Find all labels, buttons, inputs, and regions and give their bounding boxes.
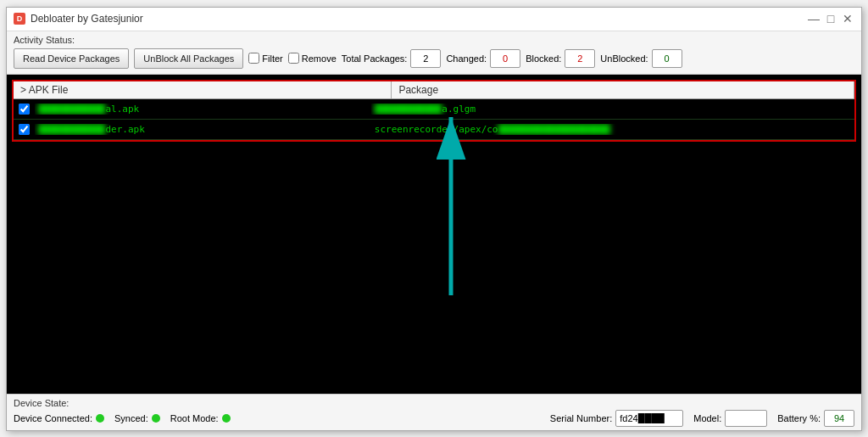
- blocked-value: 2: [565, 49, 595, 68]
- status-row: Device Connected: Synced: Root Mode: Ser…: [14, 410, 854, 427]
- row-2-checkbox[interactable]: [19, 124, 30, 135]
- serial-number-input[interactable]: [615, 410, 683, 427]
- minimize-button[interactable]: —: [807, 12, 821, 25]
- battery-value: 94: [824, 410, 854, 427]
- device-state-label: Device State:: [14, 398, 854, 408]
- row-2-apk-text: der.apk: [105, 124, 144, 135]
- synced-item: Synced:: [114, 413, 160, 423]
- status-bar: Device State: Device Connected: Synced: …: [7, 394, 861, 430]
- row-1-apk-blurred: ████████████: [38, 104, 105, 115]
- unblocked-label: UnBlocked:: [600, 53, 648, 64]
- package-table-border: > APK File Package ████████████al.apk ██…: [12, 80, 856, 142]
- table-body: ████████████al.apk ████████████a.glgm ██…: [14, 99, 854, 140]
- total-packages-label: Total Packages:: [342, 53, 408, 64]
- model-item: Model:: [693, 410, 767, 427]
- unblocked-value: 0: [652, 49, 682, 68]
- row-1-checkbox[interactable]: [19, 104, 30, 115]
- model-input[interactable]: [725, 410, 767, 427]
- battery-label: Battery %:: [777, 413, 821, 423]
- row-checkbox-1[interactable]: [14, 104, 35, 115]
- root-mode-dot: [222, 414, 231, 423]
- total-packages-group: Total Packages: 2: [342, 49, 442, 68]
- row-2-apk-blurred: ████████████: [38, 124, 105, 135]
- changed-group: Changed: 0: [446, 49, 520, 68]
- col-package-header: Package: [392, 81, 854, 98]
- row-2-package: screenrecorder/apex/co██████████████████…: [371, 124, 854, 135]
- close-button[interactable]: ✕: [841, 12, 854, 25]
- blocked-group: Blocked: 2: [526, 49, 595, 68]
- serial-number-label: Serial Number:: [550, 413, 612, 423]
- window-title: Debloater by Gatesjunior: [31, 13, 143, 25]
- row-2-pkg-blurred: ████████████████████: [498, 124, 610, 135]
- row-2-apk: ████████████der.apk: [35, 124, 371, 135]
- filter-label: Filter: [262, 53, 282, 64]
- row-1-apk: ████████████al.apk: [35, 104, 371, 115]
- table-row: ████████████al.apk ████████████a.glgm: [14, 99, 854, 120]
- unblocked-group: UnBlocked: 0: [600, 49, 682, 68]
- remove-checkbox[interactable]: [288, 53, 299, 64]
- synced-label: Synced:: [114, 413, 148, 423]
- row-1-pkg-text: a.glgm: [442, 104, 476, 115]
- battery-item: Battery %: 94: [777, 410, 854, 427]
- row-1-apk-text: al.apk: [105, 104, 139, 115]
- unblock-all-button[interactable]: UnBlock All Packages: [134, 48, 243, 69]
- device-connected-dot: [96, 414, 104, 423]
- filter-checkbox[interactable]: [248, 53, 259, 64]
- col-apk-header: > APK File: [14, 81, 392, 98]
- main-window: D Debloater by Gatesjunior — □ ✕ Activit…: [6, 7, 862, 431]
- read-packages-button[interactable]: Read Device Packages: [14, 48, 129, 69]
- app-icon: D: [14, 13, 25, 25]
- row-1-pkg-blurred: ████████████: [375, 104, 442, 115]
- changed-label: Changed:: [446, 53, 487, 64]
- root-mode-label: Root Mode:: [170, 413, 219, 423]
- activity-status-label: Activity Status:: [14, 35, 854, 45]
- synced-dot: [152, 414, 160, 423]
- toolbar-row: Read Device Packages UnBlock All Package…: [14, 48, 854, 69]
- row-checkbox-2[interactable]: [14, 124, 35, 135]
- model-label: Model:: [693, 413, 721, 423]
- title-bar-controls: — □ ✕: [807, 12, 854, 25]
- total-packages-value: 2: [410, 49, 441, 68]
- remove-label: Remove: [302, 53, 337, 64]
- serial-number-item: Serial Number:: [550, 410, 683, 427]
- root-mode-item: Root Mode:: [170, 413, 231, 423]
- toolbar-area: Activity Status: Read Device Packages Un…: [7, 31, 861, 75]
- device-connected-label: Device Connected:: [14, 413, 92, 423]
- blocked-label: Blocked:: [526, 53, 561, 64]
- row-2-pkg-text: screenrecorder/apex/co: [375, 124, 498, 135]
- main-content: > APK File Package ████████████al.apk ██…: [7, 75, 861, 394]
- title-bar-left: D Debloater by Gatesjunior: [14, 13, 143, 25]
- table-row: ████████████der.apk screenrecorder/apex/…: [14, 120, 854, 140]
- remove-checkbox-label[interactable]: Remove: [288, 53, 337, 64]
- row-1-package: ████████████a.glgm: [371, 104, 854, 115]
- table-header: > APK File Package: [14, 81, 854, 99]
- maximize-button[interactable]: □: [824, 12, 837, 25]
- filter-checkbox-label[interactable]: Filter: [248, 53, 282, 64]
- device-connected-item: Device Connected:: [14, 413, 104, 423]
- changed-value: 0: [490, 49, 520, 68]
- title-bar: D Debloater by Gatesjunior — □ ✕: [7, 8, 861, 31]
